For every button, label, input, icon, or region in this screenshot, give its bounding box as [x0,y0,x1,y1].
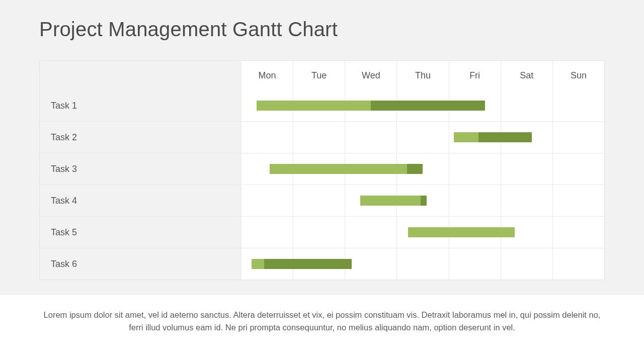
page-title: Project Management Gantt Chart [39,18,338,41]
gantt-day-area [241,217,604,248]
gantt-bar-segment-light [257,101,371,111]
gantt-bar-segment-dark [264,259,351,269]
gantt-chart: Mon Tue Wed Thu Fri Sat Sun Task 1Task 2… [39,60,605,280]
gantt-bar [252,259,352,269]
gantt-bar-segment-light [408,227,514,237]
gantt-row: Task 3 [40,153,604,185]
gantt-task-label: Task 3 [40,153,241,185]
gantt-bar [257,101,485,111]
gantt-header-blank [40,61,241,90]
gantt-bar-segment-light [252,259,265,269]
gantt-bar-layer [241,248,604,280]
gantt-day-area [241,185,604,216]
gantt-bar-segment-light [360,196,421,206]
gantt-bar-layer [241,90,604,121]
gantt-bar [408,227,514,237]
gantt-bar-segment-dark [421,196,427,206]
gantt-header-day: Wed [345,61,396,90]
gantt-bar-segment-dark [478,132,531,142]
gantt-task-label: Task 1 [40,90,241,121]
gantt-row: Task 1 [40,90,604,121]
gantt-day-area [241,90,604,121]
gantt-row: Task 6 [40,248,604,280]
gantt-bar-layer [241,153,604,185]
gantt-row: Task 5 [40,216,604,248]
gantt-header-day: Fri [449,61,501,90]
gantt-bar-segment-light [454,132,479,142]
gantt-day-area [241,248,604,280]
gantt-task-label: Task 5 [40,217,241,248]
gantt-bar [454,132,532,142]
gantt-header-day: Mon [241,61,293,90]
gantt-row: Task 2 [40,121,604,153]
gantt-header-day: Sat [501,61,552,90]
gantt-header-day: Sun [552,61,604,90]
gantt-task-label: Task 6 [40,248,241,280]
gantt-row: Task 4 [40,185,604,216]
gantt-bar-layer [241,122,604,153]
gantt-header-day: Tue [293,61,345,90]
gantt-bar [270,164,423,174]
gantt-day-area [241,122,604,153]
gantt-task-label: Task 4 [40,185,241,216]
gantt-header-row: Mon Tue Wed Thu Fri Sat Sun [40,61,604,90]
gantt-task-label: Task 2 [40,122,241,153]
gantt-bar [360,196,427,206]
footer-text: Lorem ipsum dolor sit amet, vel id aeter… [0,294,644,362]
gantt-bar-layer [241,217,604,248]
gantt-bar-segment-dark [407,164,423,174]
slide: Project Management Gantt Chart Mon Tue W… [0,0,644,362]
gantt-bar-segment-dark [371,101,485,111]
gantt-day-area [241,153,604,185]
gantt-header-day: Thu [396,61,448,90]
gantt-bar-layer [241,185,604,216]
gantt-bar-segment-light [270,164,407,174]
